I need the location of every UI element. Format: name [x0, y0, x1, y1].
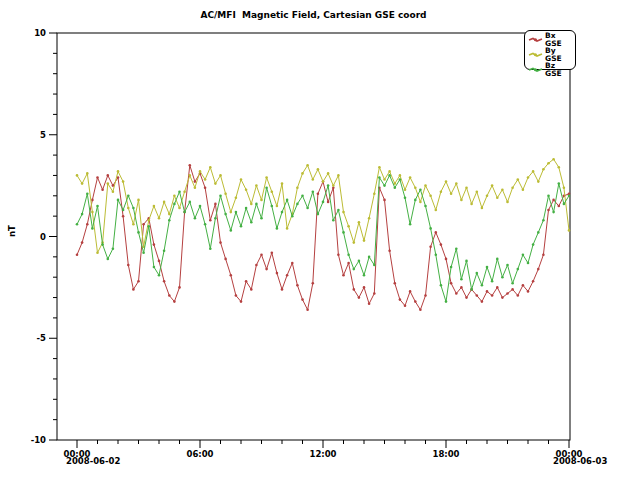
- bz-line-marker-icon: [528, 66, 543, 74]
- x-tick-label: 12:00: [309, 449, 336, 459]
- x-axis-end-date: 2008-06-03: [553, 456, 607, 466]
- legend-label-by: By GSE: [545, 47, 574, 62]
- x-tick-label: 06:00: [186, 449, 213, 459]
- legend-label-bz: Bz GSE: [545, 62, 574, 77]
- legend-item-by: By GSE: [528, 47, 574, 62]
- plot-frame: [57, 33, 570, 440]
- x-axis-ticks: 00:0006:0012:0018:0000:00: [63, 440, 582, 459]
- y-axis-ticks: 1050-5-10: [31, 28, 57, 445]
- legend-item-bz: Bz GSE: [528, 62, 574, 77]
- y-tick-label: -10: [31, 435, 46, 445]
- series-bz-gse: [76, 174, 571, 303]
- series-by-gse: [76, 158, 571, 254]
- chart-window: AC/MFI Magnetic Field, Cartesian GSE coo…: [0, 0, 640, 480]
- by-line-marker-icon: [528, 51, 543, 59]
- y-tick-label: -5: [37, 333, 47, 343]
- y-tick-label: 10: [34, 28, 46, 38]
- y-tick-label: 0: [40, 232, 46, 242]
- bx-line-marker-icon: [528, 36, 543, 44]
- y-tick-label: 5: [40, 130, 46, 140]
- x-tick-label: 18:00: [432, 449, 459, 459]
- x-axis-start-date: 2008-06-02: [66, 456, 120, 466]
- legend-label-bx: Bx GSE: [545, 32, 574, 47]
- legend-item-bx: Bx GSE: [528, 32, 574, 47]
- legend: Bx GSE By GSE Bz GSE: [524, 30, 576, 70]
